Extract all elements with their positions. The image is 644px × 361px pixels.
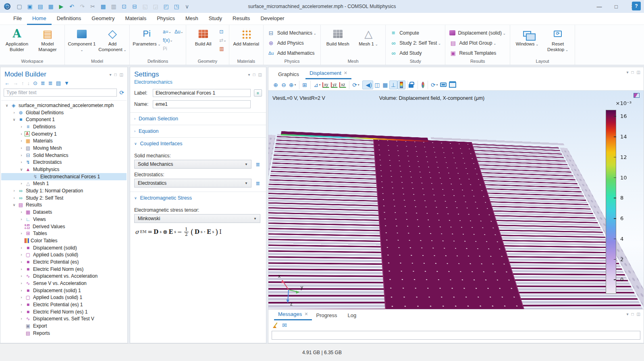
graphics-toolbar-icon[interactable]: ⊖ [280,80,288,89]
plot-area[interactable]: VtestL=0 V, VtestR=2 V Volume: Displacem… [268,91,644,309]
accelerometer-3d-view[interactable] [268,130,644,309]
functions-button[interactable]: f(x) [163,37,173,44]
parameters-button[interactable]: Pi Parameters [132,26,161,58]
panel-menu-icon[interactable]: ▾ [626,312,628,316]
tree-item[interactable]: › ■ Electric Field Norm (es) [1,266,127,273]
tree-item[interactable]: ∨ ▲ Multiphysics [1,166,127,173]
qat-button[interactable]: ▶ [56,2,66,11]
model-builder-toolbar-icon[interactable]: ← [4,80,10,86]
tree-item[interactable]: › A Geometry 1 [1,130,127,138]
graphics-tab[interactable]: Graphics [274,69,305,79]
tree-item[interactable]: › ∿ Displacement vs. Acceleration [1,273,127,280]
tree-item[interactable]: › ▦ Materials [1,137,127,144]
qat-button[interactable]: ◳ [172,2,181,11]
graphics-toolbar-icon[interactable]: ▦ [381,80,389,89]
application-builder-button[interactable]: A Application Builder [2,26,31,58]
import-geometry-button[interactable]: ⊡ [219,28,226,35]
tree-item[interactable]: ∨ ■ Component 1 [1,116,127,123]
add-plot-group-button[interactable]: ▤ Add Plot Group [448,38,507,48]
tree-item[interactable]: › ∞ Study 2: Self Test [1,194,127,202]
tree-item[interactable]: › ■ Electric Potential (es) 1 [1,301,127,308]
tree-expander-icon[interactable]: › [18,281,25,285]
qat-button[interactable]: ◲ [151,2,160,11]
tree-item[interactable]: › ⊟ Solid Mechanics [1,152,127,159]
tree-item[interactable]: ↯ Electromechanical Forces 1 [1,173,127,180]
message-settings-icon[interactable]: ✉ [282,322,287,328]
mesh-1-button[interactable]: △ Mesh 1 [354,26,383,58]
qat-button[interactable]: ⊡ [119,2,129,11]
model-builder-toolbar-icon[interactable]: ▤ [55,80,62,86]
nonlocal-couplings-button[interactable]: Δu [175,28,183,35]
model-manager-button[interactable]: ▤ Model Manager [33,26,62,58]
minimize-button[interactable]: — [591,1,608,12]
graphics-toolbar-icon[interactable]: ⊕ [272,80,280,89]
tree-expander-icon[interactable]: › [18,260,25,264]
menu-tab[interactable]: Study [204,13,227,25]
graphics-toolbar-icon[interactable]: ◀) [362,80,373,89]
go-to-source-button[interactable]: ≣ [254,179,262,187]
panel-menu-icon[interactable]: ▾ [248,72,250,77]
graphics-toolbar-icon[interactable]: ◫ [373,80,381,89]
model-builder-toolbar-icon[interactable]: ▼ [63,80,70,86]
tree-item[interactable]: › ▢ Applied Loads (solid) [1,251,127,258]
add-study-button[interactable]: ∞ Add Study [388,48,442,58]
tree-item[interactable]: › ■ Electric Field Norm (es) 1 [1,308,127,316]
graphics-toolbar-icon[interactable]: ⊿ [310,80,322,89]
tree-item[interactable]: ▣ Export [1,322,127,330]
tree-item[interactable]: › ∟ Views [1,216,127,223]
compute-button[interactable]: = Compute [388,28,442,38]
tree-expander-icon[interactable]: › [18,125,25,129]
tree-expander-icon[interactable]: › [18,210,25,214]
tree-expander-icon[interactable]: › [11,189,17,193]
tree-item[interactable]: › ∿ Sense V vs. Acceleration [1,280,127,287]
tree-item[interactable]: 8.85 e-12 Derived Values [1,223,127,230]
tree-expander-icon[interactable]: ∨ [11,203,17,207]
menu-tab[interactable]: Results [227,13,255,25]
menu-tab[interactable]: File [8,13,27,25]
graphics-toolbar-icon[interactable]: xy [322,82,329,88]
panel-float-icon[interactable]: □ [114,72,117,77]
tree-item[interactable]: › ■ Displacement (solid) [1,244,127,252]
maximize-button[interactable]: □ [608,1,625,12]
qat-button[interactable]: ↷ [77,2,87,11]
help-button[interactable]: ? [632,2,641,10]
tree-item[interactable]: › ⊕ Global Definitions [1,109,127,116]
windows-button[interactable]: Windows [513,26,542,58]
model-builder-toolbar-icon[interactable]: → [12,80,19,86]
tree-expander-icon[interactable]: › [18,132,25,136]
qat-button[interactable]: ∨ [182,2,192,11]
solid-mechanics-button[interactable]: ⊟ Solid Mechanics [266,28,318,38]
panel-menu-icon[interactable]: ▾ [626,70,628,74]
qat-button[interactable]: ▣ [25,2,35,11]
add-physics-button[interactable]: ⊛ Add Physics [266,38,318,48]
panel-pin-icon[interactable]: ◫ [258,72,262,77]
component-1-button[interactable]: Component 1 [67,26,96,58]
tree-expander-icon[interactable]: ∨ [4,103,10,107]
graphics-tab[interactable]: Displacement✕ [305,68,351,79]
virtual-operations-button[interactable]: ▥ [219,45,226,52]
model-builder-toolbar-icon[interactable]: ≣ [40,80,46,86]
go-to-source-button[interactable]: ≣ [254,160,262,168]
tree-item[interactable]: › △ Mesh 1 [1,180,127,188]
tree-expander-icon[interactable]: › [18,246,25,250]
qat-button[interactable]: ▥ [109,2,118,11]
menu-tab[interactable]: Developer [255,13,289,25]
panel-float-icon[interactable]: □ [632,312,634,316]
qat-button[interactable]: ✂ [88,2,98,11]
graphics-toolbar-icon[interactable] [439,80,448,89]
model-builder-toolbar-icon[interactable]: ⊙ [32,80,38,86]
messages-output-field[interactable] [272,331,640,340]
tree-expander-icon[interactable]: › [18,267,25,271]
tree-item[interactable]: › ↯ Electrostatics [1,159,127,166]
graphics-toolbar-icon[interactable]: ⊕ [288,80,297,89]
solid-mechanics-select[interactable]: Solid Mechanics ▼ [134,160,251,169]
menu-tab[interactable]: Definitions [52,13,87,25]
graphics-toolbar-icon[interactable]: ⟳ [349,80,360,89]
tree-item[interactable]: ∨ ▤ Results [1,202,127,209]
qat-button[interactable]: ▤ [35,2,45,11]
panel-float-icon[interactable]: □ [253,72,256,77]
panel-float-icon[interactable]: □ [632,70,634,74]
graphics-toolbar-icon[interactable] [407,80,415,89]
parameter-case-button[interactable]: Pi [163,45,173,52]
messages-tab[interactable]: Log [344,310,363,320]
